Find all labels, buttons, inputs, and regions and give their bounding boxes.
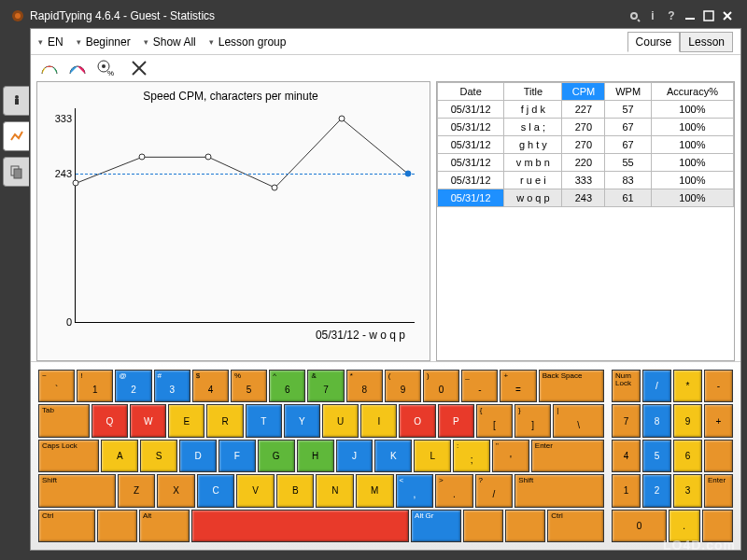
- side-tab-stats[interactable]: [3, 121, 29, 151]
- key-[interactable]: .: [669, 510, 700, 542]
- menu-filter[interactable]: Show All: [144, 35, 196, 49]
- table-row[interactable]: 05/31/12f j d k22757100%: [438, 101, 734, 119]
- key-[interactable]: <,: [396, 474, 434, 507]
- info-icon[interactable]: i: [644, 8, 661, 23]
- key-t[interactable]: T: [246, 404, 282, 437]
- key-[interactable]: {[: [476, 404, 513, 437]
- key-m[interactable]: M: [356, 474, 394, 507]
- key-h[interactable]: H: [297, 440, 334, 472]
- key-[interactable]: ?/: [475, 474, 514, 507]
- key-8[interactable]: 8: [642, 404, 671, 437]
- key-s[interactable]: S: [140, 440, 177, 472]
- minimize-button[interactable]: [682, 8, 698, 23]
- key-a[interactable]: A: [101, 440, 138, 472]
- key-y[interactable]: Y: [284, 404, 320, 437]
- key-[interactable]: >.: [435, 474, 473, 507]
- key-7[interactable]: &7: [307, 370, 344, 402]
- col-wpm[interactable]: WPM: [605, 83, 651, 101]
- tab-course[interactable]: Course: [627, 32, 681, 52]
- table-row[interactable]: 05/31/12g h t y27067100%: [438, 136, 734, 154]
- key-u[interactable]: U: [322, 404, 359, 437]
- key-blank[interactable]: [191, 510, 409, 542]
- key-5[interactable]: %5: [231, 370, 267, 402]
- col-title[interactable]: Title: [504, 83, 562, 101]
- col-accuracy%[interactable]: Accuracy%: [651, 83, 733, 101]
- target-percent-icon[interactable]: %: [96, 59, 115, 77]
- key-3[interactable]: #3: [154, 370, 190, 402]
- side-tab-course[interactable]: [3, 157, 29, 187]
- key-2[interactable]: 2: [642, 474, 671, 507]
- key-blank[interactable]: [463, 510, 503, 542]
- key-d[interactable]: D: [179, 440, 217, 472]
- key-b[interactable]: B: [276, 474, 315, 507]
- key-p[interactable]: P: [438, 404, 474, 437]
- table-row[interactable]: 05/31/12s l a ;27067100%: [438, 119, 734, 136]
- key-ctrl[interactable]: Ctrl: [547, 510, 604, 542]
- key-enter[interactable]: Enter: [531, 440, 604, 472]
- key-0[interactable]: 0: [612, 510, 667, 542]
- key-z[interactable]: Z: [118, 474, 156, 507]
- key-j[interactable]: J: [336, 440, 374, 472]
- key-1[interactable]: 1: [612, 474, 641, 507]
- menu-level[interactable]: Beginner: [77, 35, 131, 49]
- key-enter[interactable]: Enter: [704, 474, 733, 507]
- key-3[interactable]: 3: [673, 474, 702, 507]
- menu-group[interactable]: Lesson group: [209, 35, 287, 49]
- key-blank[interactable]: [505, 510, 545, 542]
- menu-lang[interactable]: EN: [38, 35, 63, 49]
- key-[interactable]: -: [704, 370, 733, 402]
- chart-point[interactable]: [338, 116, 345, 122]
- chart-point[interactable]: [205, 154, 212, 161]
- key-4[interactable]: $4: [192, 370, 229, 402]
- gauge-color-icon[interactable]: [40, 59, 59, 77]
- key-altgr[interactable]: Alt Gr: [411, 510, 461, 542]
- key-8[interactable]: *8: [346, 370, 383, 402]
- gauge2-icon[interactable]: [68, 59, 87, 77]
- key-[interactable]: /: [642, 370, 671, 402]
- key-l[interactable]: L: [414, 440, 451, 472]
- key-x[interactable]: X: [157, 474, 195, 507]
- key-shift[interactable]: Shift: [38, 474, 116, 507]
- key-0[interactable]: )0: [423, 370, 459, 402]
- key-o[interactable]: O: [399, 404, 435, 437]
- key-w[interactable]: W: [130, 404, 166, 437]
- key-[interactable]: *: [673, 370, 702, 402]
- key-c[interactable]: C: [197, 474, 235, 507]
- chart-point[interactable]: [272, 185, 278, 191]
- key-2[interactable]: @2: [115, 370, 151, 402]
- maximize-button[interactable]: [700, 8, 717, 23]
- key-[interactable]: ~`: [38, 370, 75, 402]
- close-button[interactable]: [719, 8, 736, 23]
- key-capslock[interactable]: Caps Lock: [38, 440, 99, 472]
- key-[interactable]: +=: [500, 370, 536, 402]
- key-[interactable]: }]: [514, 404, 551, 437]
- key-alt[interactable]: Alt: [139, 510, 190, 542]
- key-6[interactable]: ^6: [269, 370, 305, 402]
- side-tab-lesson[interactable]: [3, 86, 29, 116]
- key-[interactable]: _-: [461, 370, 498, 402]
- key-v[interactable]: V: [236, 474, 275, 507]
- chart-point[interactable]: [73, 180, 79, 187]
- table-row[interactable]: 05/31/12r u e i33383100%: [438, 172, 734, 189]
- key-shift[interactable]: Shift: [514, 474, 604, 507]
- chart-point[interactable]: [404, 171, 411, 177]
- key-f[interactable]: F: [218, 440, 256, 472]
- key-6[interactable]: 6: [673, 440, 702, 472]
- tab-lesson[interactable]: Lesson: [680, 32, 733, 52]
- key-e[interactable]: E: [168, 404, 204, 437]
- key-ctrl[interactable]: Ctrl: [38, 510, 95, 542]
- key-k[interactable]: K: [374, 440, 412, 472]
- key-5[interactable]: 5: [642, 440, 671, 472]
- col-cpm[interactable]: CPM: [562, 83, 605, 101]
- key-tab[interactable]: Tab: [38, 404, 90, 437]
- key-i[interactable]: I: [360, 404, 397, 437]
- key-[interactable]: "': [492, 440, 529, 472]
- key-n[interactable]: N: [316, 474, 354, 507]
- key-7[interactable]: 7: [612, 404, 641, 437]
- key-blank[interactable]: [702, 510, 734, 542]
- settings-icon[interactable]: [626, 8, 642, 23]
- key-r[interactable]: R: [206, 404, 243, 437]
- key-[interactable]: :;: [453, 440, 490, 472]
- key-[interactable]: |\: [553, 404, 604, 437]
- table-row[interactable]: 05/31/12w o q p24361100%: [438, 189, 734, 207]
